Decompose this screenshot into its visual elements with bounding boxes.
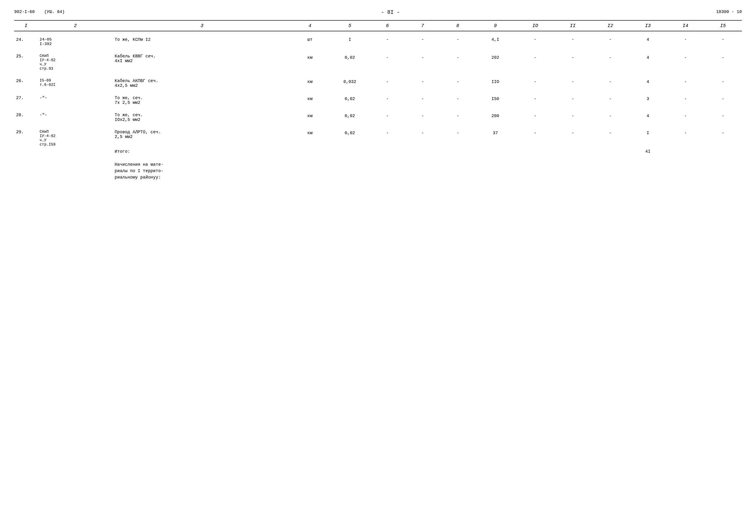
top-right-ref: 18300 - 10 [716, 10, 742, 14]
col-header-3: 3 [113, 20, 291, 31]
table-row: 28. -"- То же, сеч.IОх2,5 мм2 км 0,02 - … [14, 111, 742, 123]
row-col5: 0,032 [329, 77, 371, 89]
row-col12: - [591, 36, 629, 48]
total-col14 [667, 148, 704, 155]
row-col12: - [591, 128, 629, 148]
row-num: 29. [14, 128, 38, 148]
col-header-7: 7 [404, 20, 441, 31]
row-col11: - [554, 77, 591, 89]
table-row: 26. I5-09т.6-02I Кабель АКПВГ сеч.4х2,5 … [14, 77, 742, 89]
row-col9: 200 [474, 111, 516, 123]
row-col7: - [404, 36, 441, 48]
row-col8: - [442, 128, 474, 148]
row-col7: - [404, 77, 441, 89]
note-rest [291, 160, 742, 182]
row-col11: - [554, 52, 591, 72]
row-unit: шт [291, 36, 329, 48]
col-header-9: 9 [474, 20, 516, 31]
row-col9: 4,I [474, 36, 516, 48]
total-num [14, 148, 38, 155]
row-col15: - [704, 128, 742, 148]
row-desc: Кабель КВВГ сеч.4хI мм2 [113, 52, 291, 72]
row-unit: км [291, 94, 329, 106]
row-col5: I [329, 36, 371, 48]
row-col9: 37 [474, 128, 516, 148]
row-ref: СНиПIУ-4-82ч.Устр.I59 [38, 128, 113, 148]
row-col7: - [404, 52, 441, 72]
main-table: I 2 3 4 5 6 7 8 9 IO II I2 I3 I4 I5 24. [14, 20, 742, 182]
col-header-8: 8 [442, 20, 474, 31]
row-col8: - [442, 77, 474, 89]
row-col10: - [517, 52, 554, 72]
row-col15: - [704, 77, 742, 89]
row-col5: 0,02 [329, 94, 371, 106]
col-header-4: 4 [291, 20, 329, 31]
col-header-13: I3 [629, 20, 667, 31]
row-col11: - [554, 111, 591, 123]
spacer-row [14, 89, 742, 94]
doc-number: 902-I-60 [14, 10, 35, 14]
row-col12: - [591, 77, 629, 89]
total-col8 [442, 148, 474, 155]
row-col12: - [591, 111, 629, 123]
row-col5: 0,02 [329, 52, 371, 72]
row-ref: -"- [38, 111, 113, 123]
row-col15: - [704, 94, 742, 106]
row-col6: - [371, 77, 404, 89]
row-col8: - [442, 111, 474, 123]
row-col13: 3 [629, 94, 667, 106]
row-ref: СНиПIУ-4-82ч.Устр.93 [38, 52, 113, 72]
spacer-row [14, 106, 742, 111]
row-col7: - [404, 111, 441, 123]
row-col6: - [371, 94, 404, 106]
total-col15 [704, 148, 742, 155]
row-col15: - [704, 52, 742, 72]
page-title: - 8I - [65, 10, 716, 15]
row-col12: - [591, 94, 629, 106]
total-row: Итого: 4I [14, 148, 742, 155]
row-col14: - [667, 77, 704, 89]
total-col12 [591, 148, 629, 155]
col-header-10: IO [517, 20, 554, 31]
row-col6: - [371, 128, 404, 148]
row-col10: - [517, 94, 554, 106]
col-header-11: II [554, 20, 591, 31]
row-col8: - [442, 94, 474, 106]
note-ref [38, 160, 113, 182]
row-col15: - [704, 36, 742, 48]
spacer-row [14, 123, 742, 128]
spacer-row [14, 72, 742, 77]
doc-ref: 902-I-60 (УШ. 84) [14, 10, 65, 14]
row-desc: То же, КСПм I2 [113, 36, 291, 48]
row-col14: - [667, 52, 704, 72]
table-row: 27. -"- То же, сеч.7х 2,5 мм2 км 0,02 - … [14, 94, 742, 106]
row-num: 24. [14, 36, 38, 48]
row-desc: То же, сеч.7х 2,5 мм2 [113, 94, 291, 106]
note-text: Начисления на мате-риалы по I террито-ри… [113, 160, 291, 182]
row-unit: км [291, 111, 329, 123]
page-header: 902-I-60 (УШ. 84) - 8I - 18300 - 10 [14, 10, 742, 15]
row-col10: - [517, 128, 554, 148]
row-col6: - [371, 36, 404, 48]
col-header-15: I5 [704, 20, 742, 31]
row-col5: 0,02 [329, 128, 371, 148]
row-ref: -"- [38, 94, 113, 106]
row-ref: 24-05I-392 [38, 36, 113, 48]
table-container: I 2 3 4 5 6 7 8 9 IO II I2 I3 I4 I5 24. [14, 20, 742, 182]
col-header-2: 2 [38, 20, 113, 31]
row-col9: I50 [474, 94, 516, 106]
row-col15: - [704, 111, 742, 123]
row-col14: - [667, 36, 704, 48]
row-unit: км [291, 77, 329, 89]
col-header-14: I4 [667, 20, 704, 31]
row-col6: - [371, 111, 404, 123]
total-col11 [554, 148, 591, 155]
row-col13: 4 [629, 52, 667, 72]
table-row: 25. СНиПIУ-4-82ч.Устр.93 Кабель КВВГ сеч… [14, 52, 742, 72]
note-num [14, 160, 38, 182]
row-col12: - [591, 52, 629, 72]
row-col13: 4 [629, 111, 667, 123]
col-header-6: 6 [371, 20, 404, 31]
table-row: 24. 24-05I-392 То же, КСПм I2 шт I - - -… [14, 36, 742, 48]
row-col7: - [404, 128, 441, 148]
